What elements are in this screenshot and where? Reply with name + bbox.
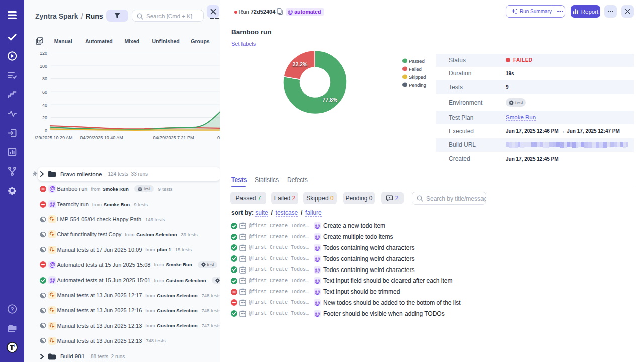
svg-text:Passed: Passed	[409, 58, 425, 64]
svg-text:60: 60	[42, 89, 47, 95]
svg-text:Skipped: Skipped	[409, 74, 426, 80]
svg-text:20: 20	[42, 115, 47, 120]
svg-text:22.2%: 22.2%	[293, 61, 308, 67]
svg-text:Pending: Pending	[409, 82, 426, 88]
svg-text:0: 0	[45, 128, 47, 133]
svg-text:77.8%: 77.8%	[323, 97, 338, 103]
svg-text:/29/2025 10:29 AM: /29/2025 10:29 AM	[35, 135, 73, 140]
svg-text:80: 80	[42, 76, 47, 81]
svg-text:04/29/2025 10:40 AM: 04/29/2025 10:40 AM	[80, 135, 123, 140]
svg-text:?: ?	[10, 306, 14, 312]
svg-text:Failed: Failed	[409, 66, 422, 72]
svg-text:100: 100	[40, 64, 47, 69]
svg-text:04/29/2025 7:21 PM: 04/29/2025 7:21 PM	[153, 135, 194, 140]
svg-text:120: 120	[40, 51, 47, 56]
svg-text:40: 40	[42, 103, 47, 108]
